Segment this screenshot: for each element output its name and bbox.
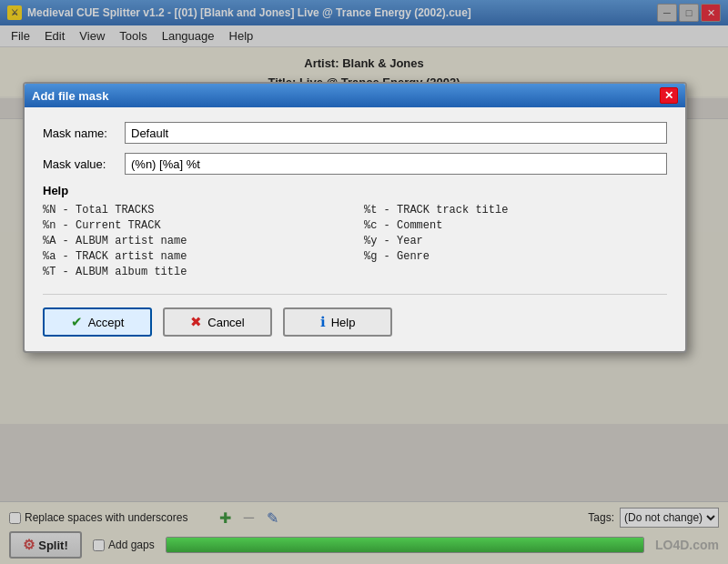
mask-value-row: Mask value:: [43, 153, 667, 175]
help-item-2: %A - ALBUM artist name: [43, 234, 346, 248]
help-item-5: %t - TRACK track title: [364, 203, 667, 217]
mask-value-label: Mask value:: [43, 157, 125, 171]
cancel-button[interactable]: ✖ Cancel: [163, 307, 272, 337]
help-item-4: %T - ALBUM album title: [43, 265, 346, 279]
add-file-mask-dialog: Add file mask ✕ Mask name: Mask value: H…: [23, 82, 687, 353]
mask-name-input[interactable]: [125, 122, 667, 144]
mask-name-label: Mask name:: [43, 126, 125, 140]
help-icon: ℹ: [320, 314, 326, 330]
mask-name-row: Mask name:: [43, 122, 667, 144]
cancel-label: Cancel: [207, 316, 244, 329]
help-item-empty: [364, 265, 667, 279]
help-grid: %N - Total TRACKS %t - TRACK track title…: [43, 203, 667, 279]
help-item-3: %a - TRACK artist name: [43, 249, 346, 264]
dialog-body: Mask name: Mask value: Help %N - Total T…: [25, 107, 685, 351]
help-label: Help: [331, 316, 356, 329]
dialog-buttons: ✔ Accept ✖ Cancel ℹ Help: [43, 294, 667, 337]
cancel-icon: ✖: [190, 314, 202, 330]
help-item-0: %N - Total TRACKS: [43, 203, 346, 217]
help-item-1: %n - Current TRACK: [43, 218, 346, 233]
dialog-titlebar: Add file mask ✕: [25, 84, 685, 107]
mask-value-input[interactable]: [125, 153, 667, 175]
help-item-6: %c - Comment: [364, 218, 667, 233]
help-title: Help: [43, 184, 667, 197]
accept-button[interactable]: ✔ Accept: [43, 307, 152, 337]
dialog-close-button[interactable]: ✕: [660, 87, 678, 104]
help-item-8: %g - Genre: [364, 249, 667, 264]
help-item-7: %y - Year: [364, 234, 667, 248]
accept-label: Accept: [88, 316, 125, 329]
help-button[interactable]: ℹ Help: [283, 307, 392, 337]
dialog-title: Add file mask: [32, 89, 660, 103]
accept-icon: ✔: [71, 314, 83, 330]
help-section: Help %N - Total TRACKS %t - TRACK track …: [43, 184, 667, 279]
